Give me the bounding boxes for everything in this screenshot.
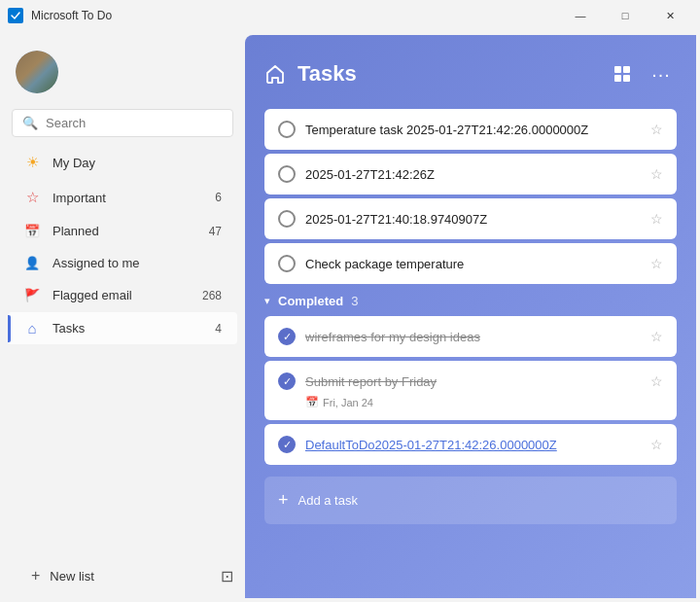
- sun-icon: ☀: [23, 154, 41, 171]
- star-button[interactable]: ☆: [650, 211, 663, 227]
- due-date-text: Fri, Jan 24: [323, 397, 373, 408]
- sidebar-item-label: My Day: [52, 156, 222, 170]
- titlebar-left: Microsoft To Do: [8, 8, 112, 23]
- task-circle[interactable]: [278, 210, 296, 228]
- completed-count: 3: [351, 294, 358, 308]
- svg-rect-2: [623, 66, 630, 73]
- task-circle[interactable]: [278, 255, 296, 272]
- main-content: Tasks ··· Temperature task 2025: [245, 35, 696, 598]
- sidebar-item-label: Assigned to me: [52, 256, 222, 270]
- completed-task-item[interactable]: ✓ DefaultToDo2025-01-27T21:42:26.0000000…: [264, 424, 677, 465]
- search-input[interactable]: [46, 116, 223, 130]
- svg-rect-4: [623, 75, 630, 82]
- sidebar-item-label: Planned: [52, 224, 197, 238]
- sidebar-item-important[interactable]: ☆ Important 6: [8, 181, 237, 214]
- task-text-link: DefaultToDo2025-01-27T21:42:26.0000000Z: [305, 438, 641, 452]
- sidebar-item-count: 47: [209, 225, 222, 238]
- sidebar-item-label: Important: [52, 191, 203, 205]
- maximize-button[interactable]: □: [603, 0, 648, 31]
- avatar-image: [16, 51, 58, 93]
- task-circle[interactable]: [278, 121, 296, 138]
- task-due-date: 📅 Fri, Jan 24: [278, 396, 373, 408]
- sidebar-item-label: Flagged email: [52, 288, 191, 302]
- sidebar: 🔍 ☀ My Day ☆ Important 6 📅 Planned 47 👤 …: [0, 31, 245, 602]
- star-icon: ☆: [23, 189, 41, 206]
- star-button[interactable]: ☆: [650, 329, 663, 344]
- search-icon: 🔍: [22, 116, 38, 130]
- new-list-label: New list: [50, 569, 94, 584]
- completed-task-item[interactable]: ✓ wireframes for my design ideas ☆: [264, 316, 677, 357]
- sidebar-item-flagged[interactable]: 🚩 Flagged email 268: [8, 280, 237, 310]
- calendar-small-icon: 📅: [305, 396, 319, 408]
- sidebar-item-count: 268: [202, 289, 222, 302]
- sidebar-item-assigned[interactable]: 👤 Assigned to me: [8, 248, 237, 278]
- star-button[interactable]: ☆: [650, 437, 663, 452]
- calendar-icon: 📅: [23, 224, 41, 238]
- task-text: wireframes for my design ideas: [305, 330, 641, 344]
- person-icon: 👤: [23, 256, 41, 270]
- task-text: 2025-01-27T21:40:18.9740907Z: [305, 212, 641, 227]
- task-item[interactable]: 2025-01-27T21:40:18.9740907Z ☆: [264, 198, 677, 239]
- window-controls: — □ ✕: [558, 0, 692, 31]
- sidebar-item-count: 6: [215, 191, 222, 204]
- sidebar-item-tasks[interactable]: ⌂ Tasks 4: [8, 312, 237, 344]
- more-options-button[interactable]: ···: [646, 58, 677, 89]
- tasks-home-icon: [264, 63, 286, 85]
- close-button[interactable]: ✕: [648, 0, 692, 31]
- sidebar-item-planned[interactable]: 📅 Planned 47: [8, 216, 237, 246]
- flag-icon: 🚩: [23, 288, 41, 302]
- task-item[interactable]: Check package temperature ☆: [264, 243, 677, 284]
- task-text: Temperature task 2025-01-27T21:42:26.000…: [305, 123, 641, 137]
- plus-icon: +: [278, 490, 289, 511]
- header-actions: ···: [607, 58, 677, 89]
- active-indicator: [8, 315, 11, 342]
- home-icon: ⌂: [23, 320, 41, 336]
- task-text: 2025-01-27T21:42:26Z: [305, 167, 641, 182]
- svg-rect-3: [614, 75, 621, 82]
- sidebar-item-count: 4: [215, 322, 222, 336]
- star-button[interactable]: ☆: [650, 373, 663, 389]
- avatar[interactable]: [16, 51, 58, 93]
- sidebar-item-my-day[interactable]: ☀ My Day: [8, 146, 237, 179]
- svg-rect-1: [614, 66, 621, 73]
- layout-icon[interactable]: ⊡: [217, 563, 237, 589]
- page-title: Tasks: [298, 61, 357, 87]
- add-task-button[interactable]: + Add a task: [264, 477, 677, 524]
- app-logo-icon: [8, 8, 23, 23]
- star-button[interactable]: ☆: [650, 166, 663, 182]
- add-task-label: Add a task: [298, 493, 358, 508]
- star-button[interactable]: ☆: [650, 122, 663, 137]
- plus-icon: +: [31, 567, 40, 584]
- tasks-title-area: Tasks: [264, 61, 357, 87]
- task-circle-completed[interactable]: ✓: [278, 328, 296, 345]
- svg-rect-0: [8, 8, 23, 23]
- task-circle[interactable]: [278, 165, 296, 183]
- app-body: 🔍 ☀ My Day ☆ Important 6 📅 Planned 47 👤 …: [0, 31, 700, 602]
- task-item[interactable]: Temperature task 2025-01-27T21:42:26.000…: [264, 109, 677, 150]
- tasks-header: Tasks ···: [264, 58, 677, 89]
- minimize-button[interactable]: —: [558, 0, 603, 31]
- sidebar-item-label: Tasks: [52, 321, 203, 336]
- completed-task-item[interactable]: ✓ Submit report by Friday ☆ 📅 Fri, Jan 2…: [264, 361, 677, 420]
- layout-toggle-button[interactable]: [607, 58, 638, 89]
- task-circle-completed[interactable]: ✓: [278, 436, 296, 453]
- tasks-list: Temperature task 2025-01-27T21:42:26.000…: [264, 109, 677, 583]
- task-item[interactable]: 2025-01-27T21:42:26Z ☆: [264, 154, 677, 195]
- app-title: Microsoft To Do: [31, 9, 112, 22]
- completed-label: Completed: [278, 294, 343, 308]
- task-text: Submit report by Friday: [305, 374, 641, 389]
- task-circle-completed[interactable]: ✓: [278, 372, 296, 390]
- completed-section-toggle[interactable]: ▾ Completed 3: [264, 288, 677, 312]
- titlebar: Microsoft To Do — □ ✕: [0, 0, 700, 31]
- chevron-down-icon: ▾: [264, 295, 270, 307]
- task-text: Check package temperature: [305, 257, 641, 271]
- new-list-button[interactable]: + New list: [16, 557, 110, 594]
- star-button[interactable]: ☆: [650, 256, 663, 271]
- search-box[interactable]: 🔍: [12, 109, 233, 137]
